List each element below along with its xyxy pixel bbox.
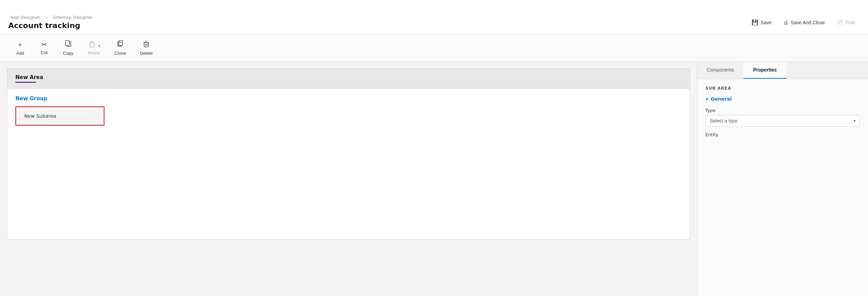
breadcrumb-part2[interactable]: Sitemap Designer <box>53 15 93 20</box>
publish-icon: 📄 <box>836 19 843 26</box>
general-label: General <box>711 96 732 102</box>
area-block: New Area New Group New Subarea <box>7 68 690 240</box>
subarea-item[interactable]: New Subarea <box>15 106 104 126</box>
area-title-underline <box>15 82 36 83</box>
save-icon: 💾 <box>752 19 758 26</box>
publish-label: Publ <box>845 20 855 25</box>
copy-button[interactable]: Copy <box>56 37 80 59</box>
area-header[interactable]: New Area <box>7 69 690 89</box>
paste-label: Paste <box>88 50 100 55</box>
type-field-label: Type <box>705 108 860 113</box>
area-title: New Area <box>15 74 681 80</box>
paste-group: ▾ Paste <box>80 37 108 59</box>
header: App Designer › Sitemap Designer Account … <box>0 0 868 34</box>
svg-rect-1 <box>65 41 70 46</box>
panel-content: SUB AREA ∨ General Type Select a type ▾ … <box>697 79 868 296</box>
cut-icon: ✂ <box>41 40 47 49</box>
cut-button[interactable]: ✂ Cut <box>32 37 56 59</box>
group-title[interactable]: New Group <box>15 95 681 102</box>
svg-rect-7 <box>144 42 148 47</box>
svg-rect-3 <box>91 41 93 43</box>
canvas: New Area New Group New Subarea <box>0 62 697 296</box>
save-and-close-icon: 🖨 <box>783 20 789 26</box>
paste-button[interactable] <box>87 40 97 49</box>
delete-icon <box>142 40 150 49</box>
app-title: Account tracking <box>8 21 95 30</box>
type-select-wrapper: Select a type ▾ <box>705 115 860 127</box>
paste-dropdown-button[interactable]: ▾ <box>98 43 101 48</box>
save-button[interactable]: 💾 Save <box>747 17 776 28</box>
publish-button[interactable]: 📄 Publ <box>832 17 860 28</box>
type-select[interactable]: Select a type <box>705 115 860 127</box>
entity-label: Entity <box>705 132 860 137</box>
breadcrumb-part1[interactable]: App Designer <box>10 15 40 20</box>
add-button[interactable]: ＋ Add <box>8 37 32 59</box>
add-icon: ＋ <box>17 40 24 49</box>
add-label: Add <box>16 51 24 56</box>
collapse-arrow-icon: ∨ <box>705 96 709 101</box>
delete-label: Delete <box>140 51 153 56</box>
header-left: App Designer › Sitemap Designer Account … <box>8 15 95 30</box>
main-content: New Area New Group New Subarea Component… <box>0 62 868 296</box>
header-right: 💾 Save 🖨 Save And Close 📄 Publ <box>747 17 860 30</box>
save-and-close-button[interactable]: 🖨 Save And Close <box>778 17 830 28</box>
right-panel: Components Properties SUB AREA ∨ General… <box>697 62 868 296</box>
save-and-close-label: Save And Close <box>791 20 825 25</box>
copy-label: Copy <box>63 51 73 56</box>
panel-tabs: Components Properties <box>697 62 868 79</box>
area-body: New Group New Subarea <box>7 89 690 239</box>
paste-icon <box>88 40 96 49</box>
tab-properties[interactable]: Properties <box>743 62 786 79</box>
svg-rect-5 <box>119 41 123 46</box>
clone-label: Clone <box>114 51 126 56</box>
svg-rect-2 <box>90 42 94 47</box>
delete-button[interactable]: Delete <box>133 37 160 59</box>
copy-icon <box>64 40 72 49</box>
type-field: Type Select a type ▾ <box>705 108 860 127</box>
tab-components[interactable]: Components <box>697 62 743 79</box>
breadcrumb-separator: › <box>46 15 48 20</box>
cut-label: Cut <box>41 50 48 55</box>
breadcrumb: App Designer › Sitemap Designer <box>8 15 95 20</box>
save-label: Save <box>760 20 771 25</box>
general-section-header[interactable]: ∨ General <box>705 96 860 102</box>
toolbar: ＋ Add ✂ Cut Copy ▾ Paste <box>0 34 868 62</box>
clone-button[interactable]: Clone <box>108 37 133 59</box>
clone-icon <box>116 40 124 49</box>
panel-section-title: SUB AREA <box>705 86 860 91</box>
